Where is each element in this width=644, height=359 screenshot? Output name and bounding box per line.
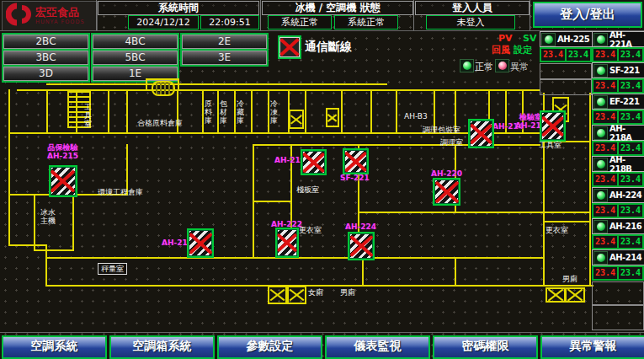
normal-legend-light bbox=[460, 59, 474, 72]
zone-button-4bc[interactable]: 4BC bbox=[93, 35, 178, 49]
room-label: 工具室 bbox=[539, 141, 562, 149]
nav-meter-monitor[interactable]: 儀表監視 bbox=[325, 335, 430, 359]
sv-value: 23.4 bbox=[618, 266, 643, 280]
pv-value: 23.4 bbox=[593, 235, 618, 249]
room-label: 調理室 bbox=[440, 138, 463, 147]
map-unit-sf221[interactable] bbox=[343, 148, 369, 174]
nav-ahu-system[interactable]: 空調箱系統 bbox=[109, 335, 215, 359]
room-label: 冷凍庫 bbox=[270, 99, 279, 125]
status-light bbox=[593, 64, 608, 78]
room-label: 原料庫 bbox=[205, 99, 214, 125]
logo: 宏亞食品 HUNYA FOODS bbox=[2, 1, 98, 31]
room-label: 冷藏庫 bbox=[237, 99, 246, 125]
sv-value: 23.4 bbox=[618, 235, 643, 249]
system-time-value: 22:09:51 bbox=[200, 15, 259, 29]
nav-parameter-set[interactable]: 參數設定 bbox=[217, 335, 322, 359]
status-light bbox=[593, 126, 608, 140]
status-light bbox=[593, 189, 608, 202]
room-label: 更衣室 bbox=[546, 226, 568, 234]
system-time-label: 系統時間 bbox=[98, 1, 259, 15]
login-logout-button[interactable]: 登入/登出 bbox=[533, 2, 642, 28]
unit-row-ah-216[interactable]: AH-216 bbox=[592, 218, 644, 234]
room-label: 更衣室 bbox=[299, 226, 322, 234]
wall-segment bbox=[17, 89, 540, 91]
zone-button-2bc[interactable]: 2BC bbox=[3, 35, 88, 49]
room-label: 合格原料倉庫 bbox=[137, 119, 183, 127]
zone-button-3d[interactable]: 3D bbox=[3, 67, 88, 81]
wall-segment bbox=[589, 93, 591, 287]
pv-value: 23.4 bbox=[593, 110, 618, 124]
map-unit-ah215[interactable] bbox=[49, 165, 77, 197]
zone-button-3e[interactable]: 3E bbox=[182, 51, 267, 65]
pv-value: 23.4 bbox=[593, 204, 618, 217]
map-unit-ah214[interactable] bbox=[468, 119, 494, 148]
pv-value: 23.4 bbox=[593, 173, 618, 186]
unit-row-ef-221[interactable]: EF-221 bbox=[592, 94, 644, 110]
elevator-symbol bbox=[546, 287, 566, 303]
machine-status-label: 冰機 / 空調機 狀態 bbox=[262, 1, 413, 15]
sv-value: 23.4 bbox=[618, 173, 643, 186]
map-unit-ah219[interactable] bbox=[301, 149, 327, 175]
hvac-status: 系統正常 bbox=[334, 15, 398, 29]
unit-values-ah-225: 23.4 23.4 bbox=[540, 47, 592, 62]
pv-value: 23.4 bbox=[593, 48, 618, 62]
chiller-status: 系統正常 bbox=[268, 15, 332, 29]
disconnect-legend-label: 通信斷線 bbox=[305, 40, 352, 55]
logo-icon bbox=[6, 3, 33, 29]
sv-value: 23.4 bbox=[618, 79, 643, 93]
status-light bbox=[593, 251, 608, 265]
room-label: 男廁 bbox=[562, 275, 577, 283]
zone-button-5bc[interactable]: 5BC bbox=[93, 51, 178, 65]
status-light bbox=[541, 33, 556, 46]
empty-slot bbox=[592, 281, 644, 305]
empty-slot bbox=[540, 79, 592, 95]
room-label: 包材庫 bbox=[220, 99, 229, 125]
wall-segment bbox=[178, 78, 179, 89]
room-label: 工具室 bbox=[84, 103, 93, 128]
room-label: 女廁 bbox=[308, 288, 323, 297]
map-unit-ah216[interactable] bbox=[187, 228, 214, 258]
map-unit-ah222[interactable] bbox=[275, 228, 299, 258]
room-label: AH-B3 bbox=[404, 112, 428, 121]
unit-row-ah-214[interactable]: AH-214 bbox=[592, 249, 644, 265]
unit-row-ah-221a[interactable]: AH-221A bbox=[592, 31, 644, 47]
map-unit-label: AH-220 bbox=[431, 169, 462, 178]
empty-slot bbox=[592, 305, 644, 330]
status-light bbox=[593, 33, 608, 46]
unit-row-sf-221[interactable]: SF-221 bbox=[592, 62, 644, 78]
map-unit-label: SF-221 bbox=[340, 174, 370, 182]
sv-label: SV bbox=[523, 33, 536, 44]
wall-segment bbox=[46, 83, 387, 85]
wall-segment bbox=[8, 244, 47, 246]
login-label: 登入人員 bbox=[415, 1, 530, 15]
unit-row-ah-218a[interactable]: AH-218A bbox=[592, 125, 644, 141]
sv-value: 23.4 bbox=[566, 48, 591, 62]
login-status: 未登入 bbox=[426, 15, 515, 29]
zone-button-2e[interactable]: 2E bbox=[182, 35, 267, 49]
wall-segment bbox=[8, 132, 540, 134]
map-unit-ah220[interactable] bbox=[433, 178, 460, 206]
wall-segment bbox=[253, 144, 540, 146]
nav-ac-system[interactable]: 空調系統 bbox=[2, 335, 107, 359]
disconnect-legend-icon bbox=[278, 35, 301, 59]
nav-password-auth[interactable]: 密碼權限 bbox=[433, 335, 538, 359]
map-unit-label: 品保檢驗 AH-215 bbox=[47, 143, 78, 160]
logo-subtitle: HUNYA FOODS bbox=[35, 19, 85, 25]
unit-row-ah-218b[interactable]: AH-218B bbox=[592, 156, 644, 172]
unit-row-ah-225[interactable]: AH-225 bbox=[540, 31, 593, 47]
sv-value: 23.4 bbox=[618, 48, 643, 62]
sv-value: 23.4 bbox=[618, 110, 643, 124]
map-unit-ah224[interactable] bbox=[348, 232, 375, 260]
elevator-symbol bbox=[289, 110, 304, 129]
normal-legend-label: 正常 bbox=[475, 61, 493, 73]
restroom-symbol bbox=[152, 81, 175, 96]
pv-value: 23.4 bbox=[593, 266, 618, 280]
nav-abnormal-alarm[interactable]: 異常警報 bbox=[540, 335, 644, 359]
unit-row-ah-224[interactable]: AH-224 bbox=[592, 187, 644, 203]
room-label: 環境工程倉庫 bbox=[98, 188, 143, 196]
map-unit-ah218[interactable] bbox=[540, 110, 566, 142]
empty-slot bbox=[540, 63, 592, 79]
elevator-symbol bbox=[326, 108, 339, 127]
status-light bbox=[593, 158, 608, 171]
zone-button-3bc[interactable]: 3BC bbox=[3, 51, 88, 65]
